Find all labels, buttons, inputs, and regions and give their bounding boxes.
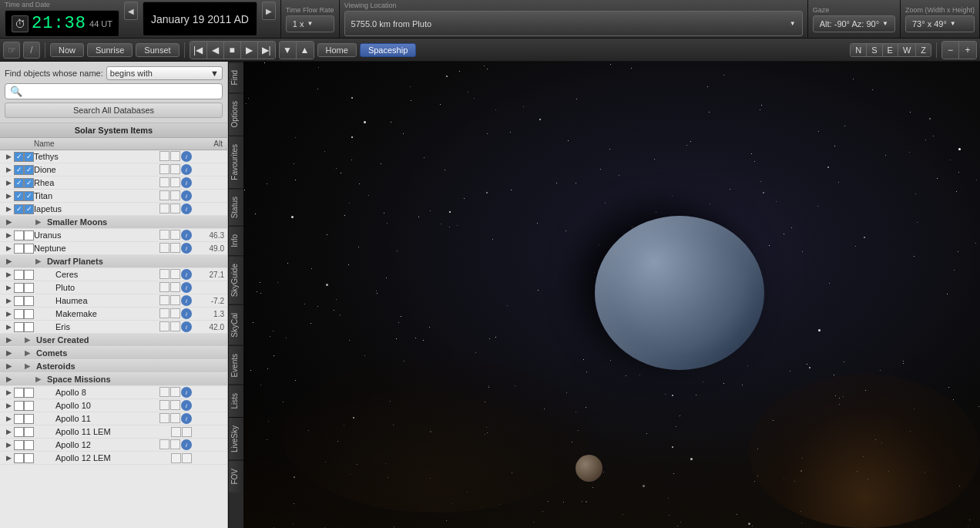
box1-20[interactable] [159, 413, 169, 423]
box1-0[interactable] [159, 151, 169, 161]
pencil-tool-btn[interactable]: / [23, 42, 40, 59]
date-prev-btn[interactable]: ◀ [124, 2, 138, 20]
info-0[interactable]: i [181, 151, 192, 162]
cb2-18[interactable] [24, 388, 34, 398]
box2-21[interactable] [182, 427, 192, 437]
cb1-19[interactable] [14, 401, 24, 411]
date-next-btn[interactable]: ▶ [262, 2, 276, 20]
box2-18[interactable] [170, 387, 180, 397]
cb2-21[interactable] [24, 427, 34, 437]
item-play-8[interactable]: ▶ [3, 256, 14, 267]
box1-13[interactable] [159, 321, 169, 331]
item-play-2[interactable]: ▶ [3, 177, 14, 188]
cb1-7[interactable] [14, 244, 24, 254]
cb1-6[interactable] [14, 230, 24, 240]
rtab-skyguide[interactable]: SkyGuide [229, 255, 243, 304]
cb2-12[interactable] [24, 309, 34, 319]
info-6[interactable]: i [181, 230, 192, 240]
box1-12[interactable] [159, 308, 169, 318]
cb1-13[interactable] [14, 322, 24, 332]
box1-1[interactable] [159, 164, 169, 174]
box2-20[interactable] [170, 413, 180, 423]
box2-12[interactable] [170, 308, 180, 318]
info-13[interactable]: i [181, 321, 192, 332]
cb2-23[interactable] [24, 453, 34, 463]
rtab-info[interactable]: Info [229, 226, 243, 255]
box1-11[interactable] [159, 295, 169, 305]
item-play-10[interactable]: ▶ [3, 282, 14, 293]
list-item[interactable]: ▶ ▶ Asteroids [0, 360, 227, 373]
box1-9[interactable] [159, 269, 169, 279]
cb1-3[interactable] [14, 191, 24, 201]
box1-10[interactable] [159, 282, 169, 292]
cb1-4[interactable] [14, 204, 24, 214]
item-play-5[interactable]: ▶ [3, 217, 14, 227]
item-play-20[interactable]: ▶ [3, 413, 14, 424]
list-item[interactable]: ▶ Apollo 11 i [0, 412, 227, 425]
cb1-10[interactable] [14, 283, 24, 293]
list-item[interactable]: ▶ Apollo 8 i [0, 386, 227, 399]
item-play-12[interactable]: ▶ [3, 308, 14, 319]
box2-13[interactable] [170, 321, 180, 331]
cb2-4[interactable] [24, 204, 34, 214]
list-item[interactable]: ▶ ▶ Smaller Moons [0, 216, 227, 229]
box2-6[interactable] [170, 230, 180, 240]
item-play-11[interactable]: ▶ [3, 295, 14, 306]
item-cb1-8[interactable] [14, 256, 25, 267]
info-19[interactable]: i [181, 400, 192, 411]
info-7[interactable]: i [181, 243, 192, 254]
cb2-20[interactable] [24, 414, 34, 424]
item-cb1-17[interactable] [14, 374, 25, 385]
rtab-status[interactable]: Status [229, 188, 243, 226]
box2-1[interactable] [170, 164, 180, 174]
item-play-18[interactable]: ▶ [3, 387, 14, 398]
now-button[interactable]: Now [50, 43, 84, 57]
info-3[interactable]: i [181, 190, 192, 201]
skip-fwd-btn[interactable]: ▶| [258, 42, 275, 59]
rtab-options[interactable]: Options [229, 92, 243, 135]
item-play-23[interactable]: ▶ [3, 452, 14, 463]
info-10[interactable]: i [181, 282, 192, 293]
item-play-13[interactable]: ▶ [3, 321, 14, 332]
clock-icon[interactable]: ⏱ [12, 15, 29, 32]
item-play-3[interactable]: ▶ [3, 190, 14, 201]
item-play-19[interactable]: ▶ [3, 400, 14, 411]
pointer-tool-btn[interactable]: ☞ [3, 42, 20, 59]
cb1-18[interactable] [14, 388, 24, 398]
info-1[interactable]: i [181, 164, 192, 175]
cb2-22[interactable] [24, 440, 34, 450]
list-item[interactable]: ▶ Titan i [0, 190, 227, 203]
list-item[interactable]: ▶ Eris i 42.0 [0, 321, 227, 334]
box1-7[interactable] [159, 243, 169, 253]
box1-19[interactable] [159, 400, 169, 410]
cb1-9[interactable] [14, 270, 24, 280]
box2-11[interactable] [170, 295, 180, 305]
search-all-button[interactable]: Search All Databases [5, 103, 223, 118]
item-play-4[interactable]: ▶ [3, 203, 14, 214]
item-play-17[interactable]: ▶ [3, 374, 14, 385]
prev-btn[interactable]: ◀ [207, 42, 224, 59]
info-12[interactable]: i [181, 308, 192, 319]
box2-19[interactable] [170, 400, 180, 410]
list-item[interactable]: ▶ Makemake i 1.3 [0, 308, 227, 321]
box1-3[interactable] [159, 190, 169, 200]
cb2-19[interactable] [24, 401, 34, 411]
item-play-16[interactable]: ▶ [3, 361, 14, 372]
box2-0[interactable] [170, 151, 180, 161]
skip-back-btn[interactable]: |◀ [190, 42, 207, 59]
list-item[interactable]: ▶ Iapetus i [0, 203, 227, 216]
rtab-fov[interactable]: FOV [229, 460, 243, 493]
box2-10[interactable] [170, 282, 180, 292]
item-play-0[interactable]: ▶ [3, 151, 14, 162]
cb2-0[interactable] [24, 152, 34, 162]
list-item[interactable]: ▶ Apollo 12 i [0, 439, 227, 452]
box2-23[interactable] [182, 453, 192, 463]
dir-z-btn[interactable]: Z [916, 44, 931, 56]
cb2-2[interactable] [24, 178, 34, 188]
zoom-plus-btn[interactable]: + [959, 42, 976, 59]
cb1-12[interactable] [14, 309, 24, 319]
box1-21[interactable] [171, 427, 181, 437]
cb2-6[interactable] [24, 230, 34, 240]
item-play-9[interactable]: ▶ [3, 269, 14, 280]
list-item[interactable]: ▶ Neptune i 49.0 [0, 242, 227, 255]
